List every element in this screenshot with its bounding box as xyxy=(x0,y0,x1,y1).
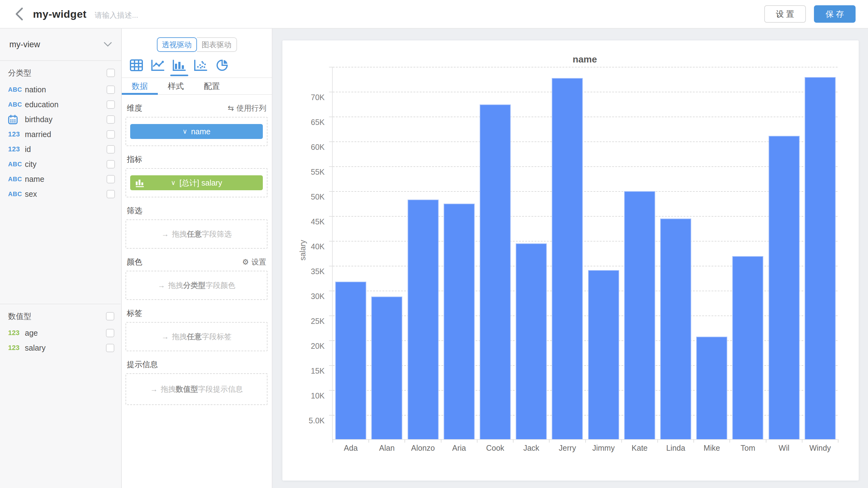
y-axis-tick xyxy=(329,315,333,316)
dimension-dropzone[interactable]: ∨ name xyxy=(125,117,268,146)
mode-tab-图表驱动[interactable]: 图表驱动 xyxy=(197,37,237,52)
mode-tab-透视驱动[interactable]: 透视驱动 xyxy=(157,37,197,52)
section-header-数值型: 数值型 xyxy=(0,309,121,324)
x-axis-tick xyxy=(477,439,477,443)
section-checkbox[interactable] xyxy=(106,312,114,321)
x-axis-tick xyxy=(730,439,730,443)
field-item-education[interactable]: ABCeducation xyxy=(0,97,121,112)
chart-type-line-icon[interactable] xyxy=(151,58,165,72)
metric-chip[interactable]: ∨ [总计] salary xyxy=(130,175,263,190)
x-axis-label: Jimmy xyxy=(586,444,622,453)
metric-label: 指标 xyxy=(127,154,142,164)
x-axis-tick xyxy=(549,439,550,443)
chart-type-table-icon[interactable] xyxy=(129,58,144,72)
bar-chart-plot: 70K65K60K55K50K45K40K35K30K25K20K15K10K5… xyxy=(332,67,838,440)
field-item-age[interactable]: 123age xyxy=(0,326,121,340)
color-settings-link[interactable]: ⚙ 设置 xyxy=(242,257,266,267)
preview-area: name salary 70K65K60K55K50K45K40K35K30K2… xyxy=(273,29,868,488)
x-axis-tick xyxy=(621,439,622,443)
field-checkbox-married[interactable] xyxy=(106,130,115,139)
bar-Jerry xyxy=(552,78,583,439)
field-item-name[interactable]: ABCname xyxy=(0,172,121,186)
dimension-label: 维度 xyxy=(127,103,142,113)
page-title: my-widget xyxy=(33,8,87,20)
field-checkbox-salary[interactable] xyxy=(106,344,114,352)
tooltip-dropzone[interactable]: →拖拽数值型字段提示信息 xyxy=(125,373,268,405)
x-axis-tick xyxy=(441,439,441,443)
text-field-icon: ABC xyxy=(8,190,25,198)
y-axis-label: 25K xyxy=(292,317,324,326)
field-label: name xyxy=(25,175,106,184)
tag-label: 标签 xyxy=(127,308,142,318)
bar-Kate xyxy=(624,191,655,439)
y-axis-label: 50K xyxy=(292,192,324,202)
panel-tab-配置[interactable]: 配置 xyxy=(194,78,230,94)
text-field-icon: ABC xyxy=(8,161,25,168)
use-rows-cols-link[interactable]: ⇆ 使用行列 xyxy=(228,103,266,113)
chart-title: name xyxy=(332,54,838,65)
y-axis-tick xyxy=(329,266,333,266)
gridline xyxy=(333,67,838,67)
field-checkbox-sex[interactable] xyxy=(106,190,115,198)
color-dropzone[interactable]: →拖拽分类型字段颜色 xyxy=(125,271,268,300)
gridline xyxy=(333,166,838,167)
x-axis-tick xyxy=(766,439,767,443)
chart-type-bar-icon[interactable] xyxy=(172,58,186,72)
filter-dropzone[interactable]: →拖拽任意字段筛选 xyxy=(125,219,268,249)
description-input[interactable]: 请输入描述... xyxy=(95,10,138,20)
text-field-icon: ABC xyxy=(8,101,25,108)
field-checkbox-city[interactable] xyxy=(106,160,115,169)
field-item-salary[interactable]: 123salary xyxy=(0,340,121,355)
drag-arrow-icon: → xyxy=(161,332,169,341)
x-axis-label: Jack xyxy=(513,444,549,453)
bar-Cook xyxy=(480,104,511,439)
field-label: age xyxy=(25,329,106,338)
bar-Alan xyxy=(371,297,402,439)
field-label: birthday xyxy=(25,115,106,124)
tag-dropzone[interactable]: →拖拽任意字段标签 xyxy=(125,322,268,351)
field-checkbox-name[interactable] xyxy=(106,175,115,183)
field-label: nation xyxy=(25,85,106,94)
y-axis-label: 5.0K xyxy=(292,416,324,425)
field-checkbox-birthday[interactable] xyxy=(106,115,115,124)
field-item-sex[interactable]: ABCsex xyxy=(0,186,121,202)
save-button[interactable]: 保 存 xyxy=(814,5,856,23)
metric-dropzone[interactable]: ∨ [总计] salary xyxy=(125,168,268,197)
field-item-married[interactable]: 123married xyxy=(0,127,121,142)
bar-Linda xyxy=(660,218,691,439)
x-axis-label: Ada xyxy=(333,444,369,453)
dataset-select[interactable]: my-view xyxy=(0,29,121,61)
field-item-birthday[interactable]: birthday xyxy=(0,112,121,127)
gear-icon: ⚙ xyxy=(242,258,249,266)
field-checkbox-nation[interactable] xyxy=(106,86,115,94)
settings-button[interactable]: 设 置 xyxy=(764,5,806,23)
y-axis-label: 40K xyxy=(292,242,324,251)
field-item-nation[interactable]: ABCnation xyxy=(0,82,121,97)
field-label: education xyxy=(25,100,106,109)
x-axis-tick xyxy=(513,439,514,443)
chart-type-scatter-icon[interactable] xyxy=(193,58,208,72)
drag-arrow-icon: → xyxy=(161,230,169,238)
x-axis-label: Kate xyxy=(622,444,658,453)
field-checkbox-education[interactable] xyxy=(106,100,115,109)
y-axis-label: 70K xyxy=(292,93,324,102)
field-item-id[interactable]: 123id xyxy=(0,142,121,157)
panel-tab-数据[interactable]: 数据 xyxy=(122,78,158,94)
bar-Jimmy xyxy=(588,270,619,439)
field-item-city[interactable]: ABCcity xyxy=(0,157,121,172)
y-axis-tick xyxy=(329,340,333,341)
y-axis-label: 10K xyxy=(292,391,324,400)
back-button[interactable] xyxy=(12,7,26,21)
color-hint: →拖拽分类型字段颜色 xyxy=(158,280,236,290)
chart-type-pie-icon[interactable] xyxy=(215,58,229,72)
bar-Jack xyxy=(516,243,547,439)
y-axis-tick xyxy=(329,365,333,366)
y-axis-tick xyxy=(329,92,333,92)
y-axis-label: 15K xyxy=(292,366,324,375)
y-axis-label: 20K xyxy=(292,342,324,350)
dimension-chip[interactable]: ∨ name xyxy=(130,124,263,139)
section-checkbox[interactable] xyxy=(106,69,115,77)
field-checkbox-age[interactable] xyxy=(106,329,114,337)
panel-tab-样式[interactable]: 样式 xyxy=(158,78,194,94)
field-checkbox-id[interactable] xyxy=(106,145,115,154)
